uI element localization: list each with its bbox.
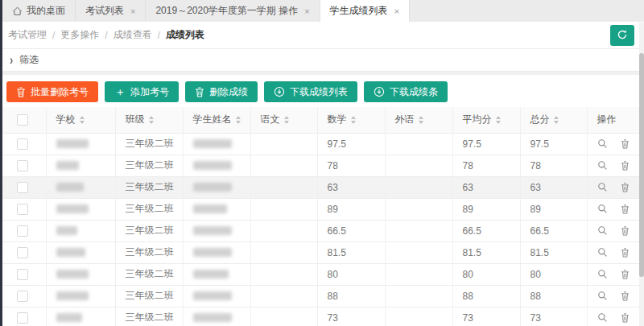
sort-icon[interactable]	[80, 116, 85, 124]
row-checkbox[interactable]	[17, 138, 28, 150]
view-detail-icon[interactable]	[597, 182, 608, 192]
tab-close-icon[interactable]: ×	[130, 6, 135, 16]
action-button-row: 批量删除考号 ＋ 添加考号 删除成绩 下载成绩列表 下载成绩条	[0, 75, 644, 107]
redacted-name-text	[193, 313, 232, 322]
redacted-name-text	[193, 291, 232, 300]
tab-close-icon[interactable]: ×	[304, 6, 309, 16]
tab-student-score-list[interactable]: 学生成绩列表 ×	[320, 0, 410, 22]
view-detail-icon[interactable]	[597, 138, 608, 149]
tab-label: 考试列表	[85, 4, 124, 18]
cell-total: 66.5	[520, 220, 587, 241]
cell-student-name	[183, 241, 250, 263]
table-row: 三年级二班 63 63 63	[0, 176, 644, 198]
add-exam-no-button[interactable]: ＋ 添加考号	[105, 81, 179, 102]
column-header-average[interactable]: 平均分	[452, 107, 520, 133]
cell-school	[46, 263, 115, 285]
delete-row-icon[interactable]	[621, 183, 630, 192]
table-row: 三年级二班 81.5 81.5 81.5	[0, 241, 644, 263]
trash-icon	[195, 87, 204, 97]
column-header-total[interactable]: 总分	[520, 107, 587, 133]
delete-row-icon[interactable]	[621, 270, 630, 279]
redacted-school-text	[56, 139, 89, 148]
breadcrumb-separator: /	[52, 30, 55, 41]
home-icon	[12, 6, 23, 16]
sort-icon[interactable]	[236, 116, 241, 124]
cell-foreign-lang	[385, 263, 452, 285]
tab-my-desktop[interactable]: 我的桌面	[2, 0, 76, 22]
delete-row-icon[interactable]	[621, 161, 630, 171]
delete-row-icon[interactable]	[621, 291, 630, 301]
view-detail-icon[interactable]	[597, 269, 608, 279]
tab-label: 学生成绩列表	[330, 4, 388, 18]
cell-average: 73	[452, 307, 520, 326]
sort-icon[interactable]	[149, 116, 154, 124]
view-detail-icon[interactable]	[597, 247, 608, 258]
sort-icon[interactable]	[419, 116, 423, 124]
row-checkbox[interactable]	[17, 312, 28, 324]
column-header-school[interactable]: 学校	[46, 107, 115, 133]
cell-average: 63	[452, 176, 520, 198]
row-checkbox[interactable]	[17, 269, 28, 280]
cell-school	[46, 133, 115, 155]
row-checkbox[interactable]	[17, 160, 28, 171]
breadcrumb-current: 成绩列表	[166, 28, 204, 42]
cell-chinese	[250, 176, 317, 198]
cell-total: 89	[520, 198, 587, 220]
cell-foreign-lang	[385, 155, 452, 176]
sort-icon[interactable]	[554, 116, 559, 124]
tab-close-icon[interactable]: ×	[394, 6, 399, 16]
delete-row-icon[interactable]	[621, 226, 630, 236]
column-header-student-name[interactable]: 学生姓名	[183, 107, 250, 133]
sort-icon[interactable]	[284, 116, 289, 124]
download-score-list-button[interactable]: 下载成绩列表	[264, 81, 357, 102]
delete-row-icon[interactable]	[621, 204, 630, 214]
chevron-right-icon: ›	[10, 53, 13, 68]
table-row: 三年级二班 66.5 66.5 66.5	[0, 220, 644, 241]
cell-foreign-lang	[385, 220, 452, 241]
sort-icon[interactable]	[351, 116, 356, 124]
view-detail-icon[interactable]	[597, 291, 608, 301]
batch-delete-exam-no-button[interactable]: 批量删除考号	[6, 81, 98, 102]
column-header-class[interactable]: 班级	[115, 107, 183, 133]
cell-math: 63	[317, 176, 385, 198]
view-detail-icon[interactable]	[597, 204, 608, 214]
view-detail-icon[interactable]	[597, 312, 608, 323]
cell-operation	[587, 241, 644, 263]
breadcrumb-item[interactable]: 成绩查看	[114, 28, 152, 42]
row-checkbox[interactable]	[17, 291, 28, 302]
cell-class: 三年级二班	[115, 198, 183, 220]
column-header-math[interactable]: 数学	[317, 107, 385, 133]
row-checkbox[interactable]	[17, 182, 28, 193]
row-checkbox[interactable]	[17, 225, 28, 237]
tab-semester-operation[interactable]: 2019～2020学年度第一学期 操作 ×	[146, 0, 320, 22]
cell-operation	[587, 133, 644, 155]
view-detail-icon[interactable]	[597, 160, 608, 171]
refresh-button[interactable]	[610, 25, 634, 46]
select-all-checkbox[interactable]	[17, 114, 28, 126]
cell-school	[46, 176, 115, 198]
delete-row-icon[interactable]	[621, 313, 630, 323]
scrollbar-thumb[interactable]	[639, 53, 644, 277]
delete-row-icon[interactable]	[621, 139, 630, 149]
delete-row-icon[interactable]	[621, 248, 630, 258]
sort-icon[interactable]	[496, 116, 501, 124]
delete-score-button[interactable]: 删除成绩	[185, 81, 258, 102]
cell-class: 三年级二班	[115, 241, 183, 263]
column-header-foreign-lang[interactable]: 外语	[385, 107, 452, 133]
cell-math: 81.5	[317, 241, 385, 263]
row-checkbox[interactable]	[17, 204, 28, 215]
redacted-name-text	[193, 139, 232, 148]
view-detail-icon[interactable]	[597, 225, 608, 236]
column-header-chinese[interactable]: 语文	[250, 107, 317, 133]
tab-exam-list[interactable]: 考试列表 ×	[76, 0, 146, 22]
cell-total: 73	[520, 307, 587, 326]
breadcrumb-item[interactable]: 更多操作	[60, 28, 99, 42]
download-score-slip-button[interactable]: 下载成绩条	[364, 81, 448, 102]
cell-operation	[587, 285, 644, 307]
tab-bar: 我的桌面 考试列表 × 2019～2020学年度第一学期 操作 × 学生成绩列表…	[0, 0, 644, 22]
vertical-scrollbar[interactable]	[639, 23, 644, 326]
breadcrumb-item[interactable]: 考试管理	[8, 28, 47, 42]
row-checkbox[interactable]	[17, 247, 28, 258]
filter-section[interactable]: › 筛选	[0, 49, 644, 72]
filter-label: 筛选	[19, 53, 39, 67]
